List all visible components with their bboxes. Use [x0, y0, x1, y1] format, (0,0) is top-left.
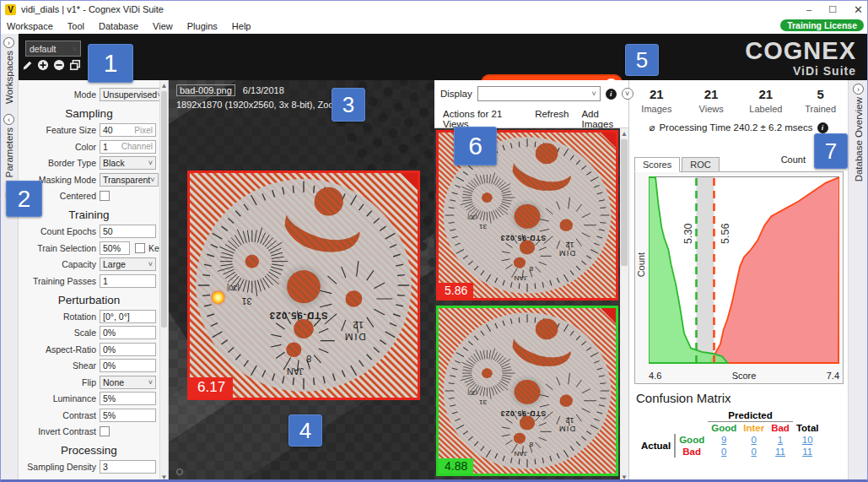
thumbnails-scrollbar[interactable]: ▲ ▼ — [620, 128, 628, 482]
menu-item-view[interactable]: View — [153, 21, 173, 31]
mode-select[interactable]: Unsupervised˅ — [100, 88, 164, 101]
param-row-sampling-density: Sampling Density3 — [22, 460, 156, 474]
stat-label: Labeled — [739, 104, 794, 114]
border-type-value: Black — [103, 158, 125, 168]
sampling-density-value: 3 — [103, 462, 108, 472]
cm-total-bad[interactable]: 11 — [793, 446, 822, 458]
cm-value-bad-bad[interactable]: 11 — [768, 446, 793, 458]
close-icon[interactable]: ✕ — [854, 3, 863, 16]
tab-roc[interactable]: ROC — [682, 157, 719, 172]
menu-bar: WorkspaceToolDatabaseViewPluginsHelpTrai… — [0, 19, 868, 34]
tab-scores[interactable]: Scores — [634, 157, 680, 172]
duplicate-workspace-icon[interactable] — [69, 59, 81, 71]
menu-item-tool[interactable]: Tool — [67, 21, 84, 31]
capacity-select[interactable]: Large˅ — [100, 257, 156, 271]
scores-chart: Count 5.305.56 4.6 Score 7.4 — [634, 171, 844, 384]
contrast-input[interactable]: 5% — [100, 409, 156, 422]
train-selection-input[interactable]: 50% — [100, 241, 130, 255]
app-window: V vidi_dials | v1* - Cognex ViDi Suite –… — [0, 0, 868, 482]
parameters-scrollbar[interactable]: ▲ ▼ — [159, 80, 168, 482]
feature-size-value: 40 — [103, 125, 113, 135]
aspect-ratio-input[interactable]: 0% — [100, 343, 156, 356]
svg-text:JAN: JAN — [287, 366, 304, 376]
dial-image-main: STD-95.02312DIM8JAN|30|31 — [190, 173, 418, 398]
info-icon[interactable]: i — [817, 122, 828, 133]
view-thumbnail-2[interactable]: STD-95.02312DIM8JAN|30|314.88 — [436, 306, 618, 476]
svg-text:DIM: DIM — [558, 425, 575, 433]
info-icon[interactable]: i — [606, 89, 617, 100]
param-row-scale: Scale0% — [22, 326, 156, 339]
training-passes-input[interactable]: 1 — [100, 274, 156, 288]
keep-checkbox[interactable] — [135, 243, 145, 253]
cm-total-good[interactable]: 10 — [793, 434, 822, 446]
border-type-select[interactable]: Black˅ — [100, 156, 156, 170]
count-epochs-input[interactable]: 50 — [100, 225, 156, 238]
workspaces-strip-label[interactable]: Workspaces — [4, 51, 14, 104]
scrollbar-thumb[interactable] — [161, 91, 167, 328]
edit-pencil-icon[interactable] — [22, 60, 33, 71]
chevron-down-icon: ˅ — [148, 159, 153, 167]
svg-text:JAN: JAN — [514, 450, 527, 458]
image-filename[interactable]: bad-009.png — [176, 84, 235, 96]
remove-workspace-icon[interactable] — [53, 59, 65, 71]
display-label: Display — [440, 89, 472, 99]
cm-value-good-good[interactable]: 9 — [708, 434, 740, 446]
workspace-selector[interactable]: default ˅ — [25, 41, 81, 57]
chart-ylabel: Count — [636, 252, 646, 277]
stat-value: 5 — [793, 87, 848, 101]
scale-input[interactable]: 0% — [100, 326, 156, 339]
invert-contrast-checkbox[interactable] — [100, 426, 110, 436]
scroll-down-icon[interactable]: ▼ — [620, 472, 628, 482]
scroll-up-icon[interactable]: ▲ — [620, 128, 628, 138]
view-score-badge: 6.17 — [190, 377, 233, 398]
color-input[interactable]: 1Channel — [100, 140, 156, 154]
minimize-icon[interactable]: – — [806, 4, 811, 14]
menu-item-help[interactable]: Help — [232, 21, 251, 31]
luminance-label: Luminance — [22, 393, 100, 403]
annotation-badge-3: 3 — [332, 88, 365, 122]
scroll-down-icon[interactable]: ▼ — [160, 472, 168, 482]
color-label: Color — [22, 142, 100, 152]
rotation-input[interactable]: [0°, 0°] — [100, 310, 156, 323]
cm-value-bad-inter[interactable]: 0 — [740, 446, 768, 458]
scroll-up-icon[interactable]: ▲ — [160, 80, 168, 90]
app-icon: V — [5, 4, 16, 15]
menu-item-workspace[interactable]: Workspace — [7, 21, 53, 31]
annotation-badge-1: 1 — [88, 44, 133, 83]
display-filter-select[interactable]: ˅ — [477, 86, 601, 101]
feature-size-input[interactable]: 40Pixel — [100, 123, 156, 137]
scrollbar-thumb[interactable] — [621, 139, 628, 266]
menu-item-plugins[interactable]: Plugins — [187, 21, 218, 31]
view-navigator-dot[interactable] — [176, 468, 183, 475]
database-overview-strip-label[interactable]: Database Overview — [854, 97, 864, 181]
flip-select[interactable]: None˅ — [100, 376, 156, 389]
scores-distribution-plot[interactable]: 5.305.56 — [649, 176, 839, 364]
cm-value-good-bad[interactable]: 1 — [768, 434, 793, 446]
param-form: ModeUnsupervised˅SamplingFeature Size40P… — [22, 88, 156, 474]
action-add-images[interactable]: Add Images — [581, 109, 628, 129]
shear-input[interactable]: 0% — [100, 359, 156, 372]
expand-workspaces-icon[interactable]: › — [3, 37, 14, 48]
anomaly-hotspot — [212, 291, 224, 304]
svg-text:5.30: 5.30 — [682, 224, 694, 244]
cm-value-bad-good[interactable]: 0 — [708, 446, 740, 458]
sampling-density-label: Sampling Density — [22, 462, 100, 472]
scale-value: 0% — [103, 328, 116, 338]
analyzed-view-region[interactable]: STD-95.02312DIM8JAN|30|31 6.17 — [187, 171, 420, 400]
predicted-col-bad: Bad — [768, 422, 793, 435]
sampling-density-input[interactable]: 3 — [100, 460, 156, 474]
collapse-header-icon[interactable]: ˅ — [622, 88, 633, 100]
action-refresh[interactable]: Refresh — [535, 109, 569, 129]
menu-item-database[interactable]: Database — [99, 21, 138, 31]
luminance-input[interactable]: 5% — [100, 392, 156, 405]
svg-text:12: 12 — [353, 320, 364, 331]
param-row-color: Color1Channel — [22, 140, 156, 154]
masking-mode-select[interactable]: Transparent˅ — [100, 173, 159, 187]
collapse-tool-parameters-icon[interactable]: ‹ — [3, 114, 14, 125]
maximize-icon[interactable]: ☐ — [828, 4, 837, 15]
expand-database-overview-icon[interactable]: › — [853, 84, 864, 95]
add-workspace-icon[interactable] — [37, 59, 49, 71]
centered-checkbox[interactable] — [100, 191, 110, 201]
cm-value-good-inter[interactable]: 0 — [740, 434, 768, 446]
stat-trained: 5Trained — [793, 87, 848, 114]
